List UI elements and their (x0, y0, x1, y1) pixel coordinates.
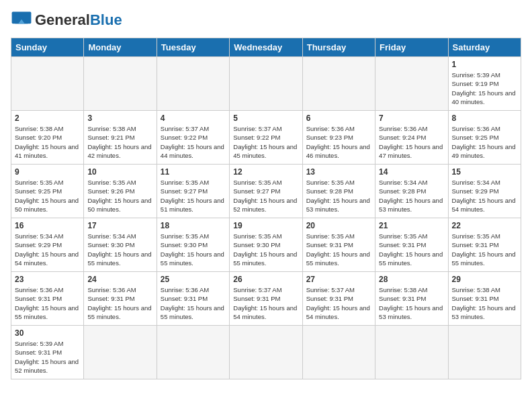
calendar-cell: 5Sunrise: 5:37 AM Sunset: 9:22 PM Daylig… (230, 111, 302, 165)
day-info: Sunrise: 5:35 AM Sunset: 9:31 PM Dayligh… (452, 232, 517, 267)
calendar-cell: 21Sunrise: 5:35 AM Sunset: 9:31 PM Dayli… (375, 218, 448, 272)
calendar-cell: 16Sunrise: 5:34 AM Sunset: 9:29 PM Dayli… (11, 218, 84, 272)
day-number: 23 (15, 275, 80, 284)
page-header: GeneralBlue (11, 11, 521, 30)
calendar-cell: 30Sunrise: 5:39 AM Sunset: 9:31 PM Dayli… (11, 326, 84, 379)
day-info: Sunrise: 5:37 AM Sunset: 9:31 PM Dayligh… (306, 285, 371, 321)
day-info: Sunrise: 5:35 AM Sunset: 9:26 PM Dayligh… (87, 178, 152, 214)
day-info: Sunrise: 5:39 AM Sunset: 9:31 PM Dayligh… (15, 339, 80, 375)
day-info: Sunrise: 5:38 AM Sunset: 9:21 PM Dayligh… (87, 124, 152, 160)
day-number: 6 (306, 113, 371, 123)
calendar-cell: 13Sunrise: 5:35 AM Sunset: 9:28 PM Dayli… (302, 165, 375, 218)
day-info: Sunrise: 5:36 AM Sunset: 9:31 PM Dayligh… (87, 285, 152, 321)
calendar-cell: 4Sunrise: 5:37 AM Sunset: 9:22 PM Daylig… (157, 111, 229, 165)
day-info: Sunrise: 5:38 AM Sunset: 9:31 PM Dayligh… (452, 285, 517, 321)
header-saturday: Saturday (448, 38, 521, 57)
day-info: Sunrise: 5:36 AM Sunset: 9:24 PM Dayligh… (379, 124, 444, 160)
day-info: Sunrise: 5:35 AM Sunset: 9:31 PM Dayligh… (306, 232, 371, 267)
calendar-cell (84, 57, 157, 111)
day-number: 16 (15, 221, 80, 230)
header-monday: Monday (84, 38, 157, 57)
calendar-cell (302, 326, 375, 379)
calendar-cell: 10Sunrise: 5:35 AM Sunset: 9:26 PM Dayli… (84, 165, 157, 218)
day-info: Sunrise: 5:34 AM Sunset: 9:29 PM Dayligh… (452, 178, 517, 214)
calendar-cell: 1Sunrise: 5:39 AM Sunset: 9:19 PM Daylig… (448, 57, 521, 111)
day-number: 30 (15, 328, 80, 338)
calendar-cell: 9Sunrise: 5:35 AM Sunset: 9:25 PM Daylig… (11, 165, 84, 218)
calendar-cell: 22Sunrise: 5:35 AM Sunset: 9:31 PM Dayli… (448, 218, 521, 272)
day-info: Sunrise: 5:36 AM Sunset: 9:25 PM Dayligh… (452, 124, 517, 160)
day-info: Sunrise: 5:36 AM Sunset: 9:31 PM Dayligh… (15, 285, 80, 321)
day-number: 25 (161, 275, 226, 284)
header-sunday: Sunday (11, 38, 84, 57)
calendar-cell (375, 326, 448, 379)
calendar-cell: 28Sunrise: 5:38 AM Sunset: 9:31 PM Dayli… (375, 272, 448, 326)
header-thursday: Thursday (302, 38, 375, 57)
calendar-cell: 6Sunrise: 5:36 AM Sunset: 9:23 PM Daylig… (302, 111, 375, 165)
day-number: 26 (233, 275, 298, 284)
day-info: Sunrise: 5:37 AM Sunset: 9:22 PM Dayligh… (161, 124, 226, 160)
day-number: 5 (233, 113, 298, 123)
calendar-cell (84, 326, 157, 379)
day-info: Sunrise: 5:36 AM Sunset: 9:23 PM Dayligh… (306, 124, 371, 160)
calendar-row: 23Sunrise: 5:36 AM Sunset: 9:31 PM Dayli… (11, 272, 521, 326)
calendar-cell: 3Sunrise: 5:38 AM Sunset: 9:21 PM Daylig… (84, 111, 157, 165)
calendar-cell (157, 57, 229, 111)
calendar-cell (157, 326, 229, 379)
day-info: Sunrise: 5:35 AM Sunset: 9:28 PM Dayligh… (306, 178, 371, 214)
day-number: 7 (379, 113, 444, 123)
header-tuesday: Tuesday (157, 38, 229, 57)
day-info: Sunrise: 5:39 AM Sunset: 9:19 PM Dayligh… (452, 71, 517, 106)
day-number: 14 (379, 167, 444, 177)
calendar-cell: 2Sunrise: 5:38 AM Sunset: 9:20 PM Daylig… (11, 111, 84, 165)
day-info: Sunrise: 5:35 AM Sunset: 9:30 PM Dayligh… (161, 232, 226, 267)
calendar-cell: 23Sunrise: 5:36 AM Sunset: 9:31 PM Dayli… (11, 272, 84, 326)
day-info: Sunrise: 5:35 AM Sunset: 9:27 PM Dayligh… (233, 178, 298, 214)
calendar-row: 16Sunrise: 5:34 AM Sunset: 9:29 PM Dayli… (11, 218, 521, 272)
day-info: Sunrise: 5:38 AM Sunset: 9:20 PM Dayligh… (15, 124, 80, 160)
calendar-table: SundayMondayTuesdayWednesdayThursdayFrid… (11, 38, 521, 379)
header-row: SundayMondayTuesdayWednesdayThursdayFrid… (11, 38, 521, 57)
day-number: 20 (306, 221, 371, 230)
calendar-cell: 15Sunrise: 5:34 AM Sunset: 9:29 PM Dayli… (448, 165, 521, 218)
calendar-cell: 11Sunrise: 5:35 AM Sunset: 9:27 PM Dayli… (157, 165, 229, 218)
day-info: Sunrise: 5:38 AM Sunset: 9:31 PM Dayligh… (379, 285, 444, 321)
calendar-cell (230, 57, 302, 111)
calendar-cell: 26Sunrise: 5:37 AM Sunset: 9:31 PM Dayli… (230, 272, 302, 326)
day-number: 27 (306, 275, 371, 284)
day-number: 18 (161, 221, 226, 230)
calendar-row: 9Sunrise: 5:35 AM Sunset: 9:25 PM Daylig… (11, 165, 521, 218)
day-number: 10 (87, 167, 152, 177)
header-wednesday: Wednesday (230, 38, 302, 57)
day-number: 13 (306, 167, 371, 177)
calendar-row: 2Sunrise: 5:38 AM Sunset: 9:20 PM Daylig… (11, 111, 521, 165)
calendar-cell (230, 326, 302, 379)
day-number: 28 (379, 275, 444, 284)
calendar-cell (375, 57, 448, 111)
calendar-cell: 7Sunrise: 5:36 AM Sunset: 9:24 PM Daylig… (375, 111, 448, 165)
day-number: 15 (452, 167, 517, 177)
day-number: 4 (161, 113, 226, 123)
day-number: 1 (452, 60, 517, 69)
day-info: Sunrise: 5:34 AM Sunset: 9:29 PM Dayligh… (15, 232, 80, 267)
logo-text: GeneralBlue (35, 11, 122, 29)
day-number: 12 (233, 167, 298, 177)
calendar-cell (302, 57, 375, 111)
day-number: 9 (15, 167, 80, 177)
calendar-cell: 25Sunrise: 5:36 AM Sunset: 9:31 PM Dayli… (157, 272, 229, 326)
day-info: Sunrise: 5:35 AM Sunset: 9:31 PM Dayligh… (379, 232, 444, 267)
day-number: 22 (452, 221, 517, 230)
calendar-cell: 24Sunrise: 5:36 AM Sunset: 9:31 PM Dayli… (84, 272, 157, 326)
day-info: Sunrise: 5:35 AM Sunset: 9:30 PM Dayligh… (233, 232, 298, 267)
day-info: Sunrise: 5:37 AM Sunset: 9:22 PM Dayligh… (233, 124, 298, 160)
calendar-cell: 18Sunrise: 5:35 AM Sunset: 9:30 PM Dayli… (157, 218, 229, 272)
logo: GeneralBlue (11, 11, 122, 30)
day-number: 11 (161, 167, 226, 177)
calendar-cell (11, 57, 84, 111)
calendar-row: 30Sunrise: 5:39 AM Sunset: 9:31 PM Dayli… (11, 326, 521, 379)
calendar-cell: 14Sunrise: 5:34 AM Sunset: 9:28 PM Dayli… (375, 165, 448, 218)
day-number: 8 (452, 113, 517, 123)
calendar-cell: 17Sunrise: 5:34 AM Sunset: 9:30 PM Dayli… (84, 218, 157, 272)
calendar-cell: 27Sunrise: 5:37 AM Sunset: 9:31 PM Dayli… (302, 272, 375, 326)
calendar-cell: 8Sunrise: 5:36 AM Sunset: 9:25 PM Daylig… (448, 111, 521, 165)
